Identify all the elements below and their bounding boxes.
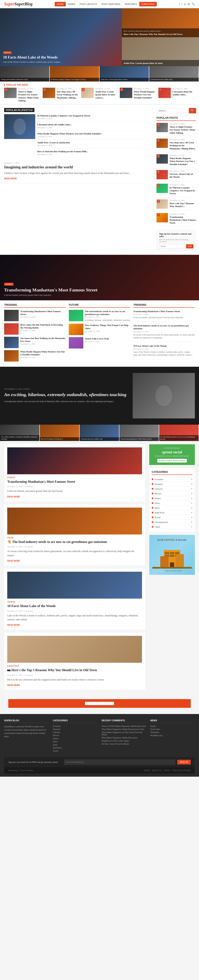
nav-news[interactable]: News <box>66 2 77 6</box>
popular-item-title[interactable]: Audio Post: Lorem ipsum dolor sit amet c… <box>95 90 118 99</box>
trending-item-title[interactable]: What Really Happen When Workers Get Out … <box>20 350 66 356</box>
search-icon[interactable]: 🔍 <box>191 3 195 6</box>
footer-comment-2[interactable]: What Makes Happiness: Media Discussion o… <box>101 728 146 730</box>
read-more-link-4[interactable]: READ MORE <box>7 684 20 686</box>
newsletter-desc: Join our mailing list today for amazing … <box>159 239 193 243</box>
read-more-link[interactable]: READ MORE <box>4 177 17 180</box>
hero-bottom-3[interactable]: Audio Post: Lorem ipsum dolor sit amet..… <box>100 66 149 81</box>
cat-staff-picks[interactable]: Staff Picks● <box>152 510 193 515</box>
footer-newsletter-btn[interactable]: SIGN UP <box>177 760 191 764</box>
cat-movies[interactable]: Movies● <box>152 491 193 496</box>
footer-cat-movies[interactable]: Movies <box>53 734 98 737</box>
lifestyle-post-title[interactable]: I dreamed about the saddles rider... <box>37 123 149 126</box>
hero-bottom-2[interactable]: In Thirteen Laundry Chapters: Get Trappe… <box>50 66 100 81</box>
footer-comment-1[interactable]: Choice of What Makes Happiness: Media Di… <box>101 725 146 727</box>
nav-home[interactable]: Home <box>55 2 66 6</box>
future-item-title[interactable]: The food industry needs to act now to cu… <box>85 310 130 316</box>
thumb-row-item-4[interactable]: Transforming Manhattan's Most Famous Str… <box>119 425 159 441</box>
popular-thumb-5[interactable]: 5 <box>158 88 171 98</box>
thumb-row-item-3[interactable]: I dreamed about the saddles rider <box>80 425 119 441</box>
future-item-title[interactable]: New Ordinary Things That People Can Help… <box>85 324 130 330</box>
footer-bottom-purchase[interactable]: PURCHASE THEME <box>172 769 191 772</box>
footer-news-inspiro[interactable]: Inspiro <box>150 725 195 727</box>
sidebar-post-title[interactable]: What Really Happens When Workers Got Out… <box>170 157 196 165</box>
newsletter-submit-btn[interactable]: SUB <box>186 244 193 248</box>
sidebar-post-title[interactable]: Transforming Manhattan's Most Famous Str… <box>170 216 196 224</box>
popular-item-title[interactable]: There is Slight Promise For Future Visit… <box>18 90 41 102</box>
hero-bottom-1[interactable]: Unique and beautiful architecture world <box>0 66 50 81</box>
instagram-icon[interactable]: in <box>184 3 186 6</box>
nav-subscribe[interactable]: Subscribe <box>139 2 157 6</box>
future-item-title[interactable]: Sunset Falls Lower Trail <box>85 337 109 340</box>
rss-icon[interactable]: ⊕ <box>188 3 190 6</box>
cat-travel[interactable]: Travel● <box>152 515 193 520</box>
footer-news-evolve[interactable]: Evolve Rex <box>150 728 195 730</box>
nav-post-features[interactable]: Post Features <box>99 2 122 6</box>
search-button[interactable]: 🔍 <box>189 108 196 113</box>
trending-sidebar-title[interactable]: The food industry needs to act now to cu… <box>133 324 195 330</box>
footer-comment-6[interactable]: On New Comes From the Mouth <box>101 743 146 745</box>
trending-item-title[interactable]: Here comes the kid: Find Back to Reveali… <box>20 323 66 329</box>
popular-item-title[interactable]: Our deep story: 80 Great Walking on the … <box>57 90 79 99</box>
popular-thumb-3[interactable]: 3 <box>81 88 94 98</box>
cat-lifestyle[interactable]: Lifestyle● <box>152 487 193 491</box>
lifestyle-post-title[interactable]: What Really Happens When Workers Got Out… <box>37 132 149 135</box>
footer-cat-news[interactable]: News <box>53 740 98 743</box>
footer-comment-5[interactable]: Happiness on This Comes Again... <box>101 740 146 742</box>
cat-news[interactable]: News● <box>152 501 193 506</box>
popular-item-title[interactable]: I dreamed about the saddles rider... <box>172 90 195 96</box>
lifestyle-post-title[interactable]: How to Find the Best Walking on the Famo… <box>37 150 149 153</box>
popular-thumb-2[interactable]: 2 <box>43 88 55 98</box>
cat-video[interactable]: Video● <box>152 525 193 529</box>
browse-more-button[interactable]: BROWSE MORE POSTS <box>85 702 114 705</box>
lifestyle-post-title[interactable]: Audio Post: A style of satisfaction <box>37 141 149 144</box>
trending-sidebar-title[interactable]: Transforming Manhattan's Most Famous Str… <box>133 310 195 313</box>
popular-thumb-1[interactable]: 1 <box>4 88 17 98</box>
footer-cat-sport[interactable]: Sport <box>53 744 98 746</box>
sidebar-post-title[interactable]: Our deep story: 80 Great Walking on the … <box>170 141 196 150</box>
hero-bottom-4[interactable]: I dreamed about the saddles rider... <box>149 66 199 81</box>
footer-cat-staff[interactable]: Staff Picks <box>53 747 98 749</box>
read-more-link-2[interactable]: READ MORE <box>7 560 20 562</box>
thumb-row-item-5[interactable]: the food industry needs to act now to cu… <box>159 425 199 441</box>
nav-features[interactable]: Features <box>123 2 139 6</box>
footer-news-wordpress[interactable]: WordPress.org <box>150 734 195 737</box>
cat-sport[interactable]: Sport● <box>152 506 193 510</box>
facebook-icon[interactable]: f <box>179 3 180 6</box>
read-more-link-1[interactable]: READ MORE <box>7 496 20 498</box>
footer-newsletter-input[interactable] <box>64 759 175 765</box>
sidebar-post-title[interactable]: 10 Facts: About Lake of the Woods <box>170 172 196 178</box>
sidebar-post-title[interactable]: Here's the Top 5 Reasons Why Should I... <box>170 202 196 208</box>
footer-bottom-news[interactable]: NEWS <box>164 769 170 772</box>
newsletter-input[interactable] <box>159 244 185 248</box>
twitter-icon[interactable]: t <box>181 3 182 6</box>
lifestyle-post-title[interactable]: In Thirteen Laundry Chapters: Get Trappe… <box>37 114 149 117</box>
footer-bottom-about[interactable]: ABOUT US <box>152 769 162 772</box>
cat-featured[interactable]: Featured● <box>152 482 193 487</box>
search-input[interactable] <box>157 108 189 113</box>
sponsor-cta-btn[interactable]: START A FREE 30-DAY TRIAL <box>157 459 187 463</box>
footer-cat-lifestyle[interactable]: Lifestyle <box>53 731 98 733</box>
footer-comment-3[interactable]: What Makes Happiness on This Comes From … <box>101 731 146 736</box>
footer-cat-economy[interactable]: Economy <box>53 725 98 727</box>
footer-cat-featured[interactable]: Featured <box>53 728 98 730</box>
cat-uncategorized[interactable]: Uncategorized● <box>152 520 193 525</box>
read-more-link-3[interactable]: READ MORE <box>7 624 20 626</box>
trending-item-title[interactable]: Joe Jones Our Best Walking on the Mounta… <box>20 337 66 343</box>
trending-item-title[interactable]: Transforming Manhattan's Most Famous Str… <box>20 310 66 316</box>
footer-comment-4[interactable]: What Makes Happiness: Media Discussion <box>101 737 146 739</box>
thumb-row-item-1[interactable]: Go to Blog: fabulous, extremely outlandi… <box>0 425 40 441</box>
popular-item-title[interactable]: What Would Happen Workers Got Out Flexib… <box>134 90 156 99</box>
thumb-row-item-2[interactable]: Here the Freshman: Find Back to <box>40 425 80 441</box>
nav-post-layouts[interactable]: Post Layouts <box>77 2 99 6</box>
footer-news-themerex[interactable]: ThemeRex <box>150 731 195 733</box>
footer-cat-nature[interactable]: Nature <box>53 737 98 740</box>
footer-bottom-home[interactable]: HOME <box>144 769 150 772</box>
sidebar-post-title[interactable]: In Thirteen Laundry Chapters: Get Trappe… <box>170 186 196 195</box>
popular-thumb-4[interactable]: 4 <box>120 88 132 98</box>
footer-cat-travel[interactable]: Travel <box>53 750 98 752</box>
trending-sidebar-title[interactable]: 10 Facts About Lake of the Woods <box>133 344 195 347</box>
cat-economy[interactable]: Economy● <box>152 477 193 482</box>
cat-nature[interactable]: Nature● <box>152 496 193 501</box>
sidebar-post-title[interactable]: There is Slight Promise For Future Visit… <box>170 125 196 134</box>
